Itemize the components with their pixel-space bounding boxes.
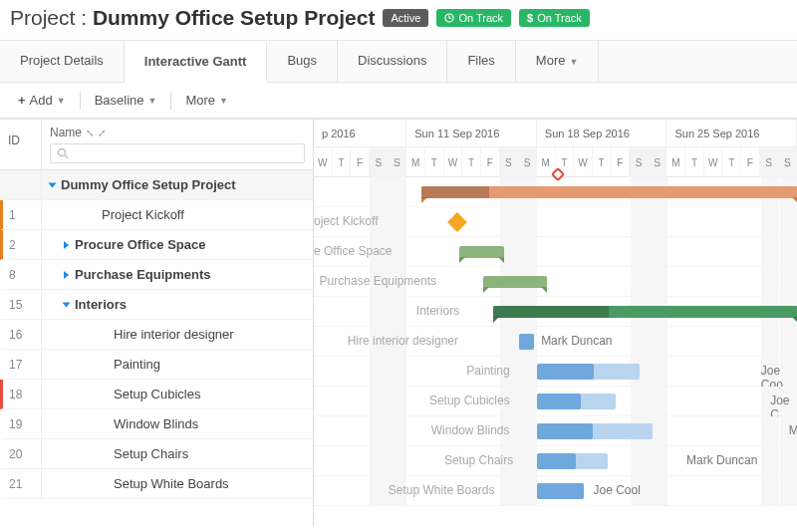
gantt-row[interactable]: PaintingJoe Coo <box>314 357 797 387</box>
gantt-row[interactable]: Hire interior designerMark Duncan <box>314 327 797 357</box>
task-name: Setup Cubicles <box>42 387 313 401</box>
gantt-row[interactable]: e Office Space <box>314 237 797 267</box>
summary-bar[interactable] <box>483 276 547 288</box>
tab-more[interactable]: More▼ <box>516 41 600 82</box>
gantt-row[interactable]: Purchase Equipments <box>314 267 797 297</box>
tab-interactive-gantt[interactable]: Interactive Gantt <box>125 42 268 83</box>
milestone[interactable] <box>447 212 467 232</box>
search-input[interactable] <box>50 143 305 163</box>
day-header: S <box>630 147 649 177</box>
gantt-row[interactable]: Setup White BoardsJoe Cool <box>314 476 797 506</box>
day-header: S <box>370 147 389 177</box>
task-name: Painting <box>42 357 313 372</box>
task-bar[interactable] <box>537 364 640 380</box>
bar-label: Window Blinds <box>431 423 510 437</box>
column-name-label[interactable]: Name <box>50 126 82 139</box>
status-badge-active: Active <box>383 9 428 27</box>
chevron-down-icon: ▼ <box>569 57 578 67</box>
task-list-pane: ID Name ⤡ ⤢ Dummy Office Setup Project1P… <box>0 120 314 527</box>
task-row[interactable]: 8Purchase Equipments <box>0 260 313 290</box>
tab-bugs[interactable]: Bugs <box>267 41 338 82</box>
tab-files[interactable]: Files <box>447 41 515 82</box>
bar-label: Interiors <box>416 304 459 318</box>
task-bar[interactable] <box>537 394 616 409</box>
task-id: 18 <box>3 380 42 408</box>
status-badge-schedule: On Track <box>436 9 511 27</box>
day-header: W <box>444 147 463 177</box>
task-row[interactable]: 18Setup Cubicles <box>0 380 313 409</box>
assignee-label: Mark Duncan <box>686 453 757 467</box>
week-header: Sun 18 Sep 2016 <box>537 120 667 146</box>
week-header: p 2016 <box>314 120 406 146</box>
task-row[interactable]: 19Window Blinds <box>0 409 313 439</box>
week-header: Sun 11 Sep 2016 <box>406 120 537 146</box>
add-button[interactable]: + Add ▼ <box>10 89 74 112</box>
summary-bar[interactable] <box>459 246 504 258</box>
task-row[interactable]: Dummy Office Setup Project <box>0 170 313 200</box>
main-tabs: Project DetailsInteractive GanttBugsDisc… <box>0 40 797 83</box>
task-id: 21 <box>3 469 42 498</box>
gantt-row[interactable]: Window BlindsM <box>314 416 797 446</box>
gantt-row[interactable] <box>314 177 797 207</box>
svg-line-2 <box>65 155 68 158</box>
task-row[interactable]: 15Interiors <box>0 290 313 320</box>
task-id: 19 <box>3 409 42 438</box>
tab-discussions[interactable]: Discussions <box>338 41 447 82</box>
task-id: 17 <box>3 350 42 379</box>
assignee-label: M <box>789 423 797 437</box>
task-row[interactable]: 21Setup White Boards <box>0 469 313 499</box>
task-name: Setup Chairs <box>42 446 313 461</box>
task-bar[interactable] <box>519 334 534 350</box>
toolbar-more-button[interactable]: More ▼ <box>177 89 236 112</box>
dollar-icon: $ <box>527 12 533 24</box>
task-bar[interactable] <box>537 483 584 499</box>
gantt-row[interactable]: Setup ChairsMark Duncan <box>314 446 797 476</box>
task-row[interactable]: 17Painting <box>0 350 313 380</box>
chevron-down-icon: ▼ <box>57 96 66 106</box>
gantt-row[interactable]: Setup CubiclesJoe C <box>314 387 797 416</box>
task-rows: Dummy Office Setup Project1Project Kicko… <box>0 170 313 527</box>
day-header: F <box>612 147 631 177</box>
chart-rows: oject Kickoffe Office SpacePurchase Equi… <box>314 177 797 506</box>
tab-project-details[interactable]: Project Details <box>0 41 125 82</box>
bar-label: Setup White Boards <box>389 483 495 497</box>
task-id: 20 <box>3 439 42 468</box>
toggle-icon[interactable] <box>64 241 69 249</box>
gantt-toolbar: + Add ▼ Baseline ▼ More ▼ <box>0 83 797 119</box>
task-id: 1 <box>3 200 42 229</box>
task-name: Setup White Boards <box>42 476 313 491</box>
day-header: T <box>425 147 444 177</box>
gantt-row[interactable]: oject Kickoff <box>314 207 797 237</box>
baseline-button[interactable]: Baseline ▼ <box>87 89 165 112</box>
toggle-icon[interactable] <box>49 182 57 187</box>
day-header: T <box>593 147 612 177</box>
toggle-icon[interactable] <box>63 302 71 307</box>
chevron-down-icon: ▼ <box>219 96 228 106</box>
task-row[interactable]: 16Hire interior designer <box>0 320 313 350</box>
task-name: Interiors <box>42 297 313 312</box>
gantt-chart-pane[interactable]: p 2016Sun 11 Sep 2016Sun 18 Sep 2016Sun … <box>314 120 797 527</box>
task-row[interactable]: 20Setup Chairs <box>0 439 313 469</box>
task-name: Hire interior designer <box>42 327 313 342</box>
day-header: M <box>406 147 425 177</box>
title-prefix: Project : <box>10 6 93 29</box>
task-row[interactable]: 1Project Kickoff <box>0 200 313 230</box>
task-row[interactable]: 2Procure Office Space <box>0 230 313 260</box>
summary-bar[interactable] <box>493 306 797 318</box>
task-bar[interactable] <box>537 423 653 439</box>
gantt-row[interactable]: Interiors <box>314 297 797 327</box>
day-header: F <box>481 147 500 177</box>
day-header: F <box>741 147 760 177</box>
day-header: W <box>314 147 333 177</box>
column-id-header[interactable]: ID <box>0 120 42 169</box>
search-icon <box>57 147 69 159</box>
collapse-icon[interactable]: ⤡ <box>86 128 94 138</box>
gantt-area: ID Name ⤡ ⤢ Dummy Office Setup Project1P… <box>0 119 797 527</box>
day-header: W <box>704 147 723 177</box>
expand-icon[interactable]: ⤢ <box>98 128 106 138</box>
toggle-icon[interactable] <box>64 271 69 279</box>
week-header: Sun 25 Sep 2016 <box>666 120 797 146</box>
task-name: Purchase Equipments <box>42 267 313 282</box>
task-bar[interactable] <box>537 453 608 469</box>
summary-bar[interactable] <box>421 186 797 198</box>
